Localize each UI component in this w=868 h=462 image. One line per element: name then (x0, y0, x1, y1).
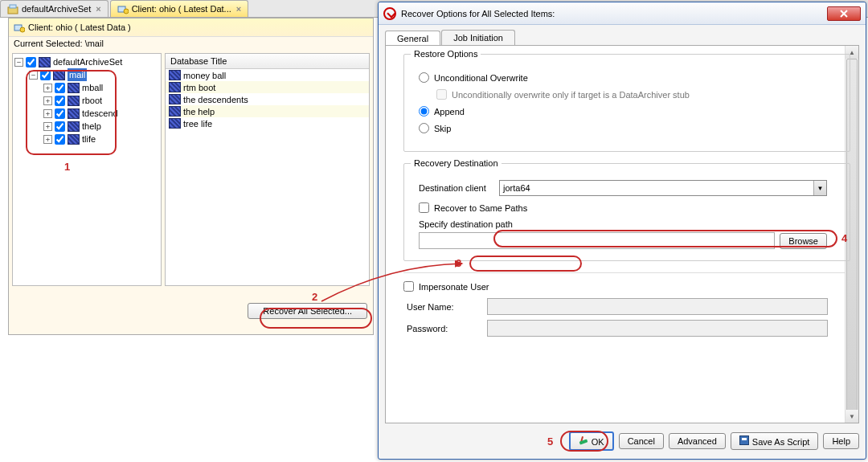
advanced-button[interactable]: Advanced (669, 433, 726, 449)
radio-append[interactable]: Append (419, 106, 827, 117)
destination-client-combo[interactable]: jorta64 ▼ (499, 180, 827, 196)
recover-options-dialog: Recover Options for All Selected Items: … (378, 2, 866, 460)
ok-icon (579, 435, 588, 445)
expand-icon[interactable]: + (43, 109, 52, 118)
svg-point-3 (124, 9, 129, 14)
tree-node[interactable]: +tdescend (43, 107, 159, 120)
dialog-tabs: General Job Initiation (379, 25, 866, 45)
db-icon (68, 134, 80, 145)
db-icon (39, 57, 51, 67)
radio-label: Unconditional Overwrite (434, 73, 528, 83)
group-title: Restore Options (411, 49, 481, 59)
tree-checkbox[interactable] (55, 96, 65, 106)
tree-node[interactable]: +tlife (43, 133, 159, 145)
radio-input[interactable] (419, 72, 429, 83)
check-impersonate-user[interactable]: Impersonate User (403, 281, 850, 292)
combo-value: jorta64 (503, 183, 530, 193)
collapse-icon[interactable]: − (29, 71, 38, 80)
close-icon[interactable] (827, 6, 861, 21)
scroll-down-icon[interactable]: ▼ (845, 410, 858, 423)
tree-node-mail[interactable]: − mail (29, 68, 159, 81)
ok-button[interactable]: OK (569, 431, 614, 451)
list-pane[interactable]: Database Title money ballrtm bootthe des… (165, 53, 370, 286)
password-row: Password: (407, 320, 850, 337)
browser-title: Client: ohio ( Latest Data ) (28, 22, 131, 32)
specify-path-label: Specify destination path (419, 219, 827, 229)
list-item[interactable]: rtm boot (166, 81, 369, 93)
recover-all-button[interactable]: Recover All Selected... (248, 303, 367, 319)
checkbox-input[interactable] (419, 202, 429, 213)
tab-default-archive[interactable]: defaultArchiveSet × (0, 0, 108, 17)
help-button[interactable]: Help (823, 433, 859, 449)
check-label: Unconditionally overwrite only if target… (452, 90, 690, 100)
list-column-header[interactable]: Database Title (166, 54, 369, 69)
list-item[interactable]: money ball (166, 69, 369, 81)
tab-client-ohio[interactable]: Client: ohio ( Latest Dat... × (110, 0, 249, 17)
browser-header: Client: ohio ( Latest Data ) (9, 18, 373, 37)
tree-root-node[interactable]: − defaultArchiveSet (14, 55, 159, 68)
dialog-titlebar[interactable]: Recover Options for All Selected Items: (379, 2, 866, 25)
tab-general[interactable]: General (385, 31, 440, 46)
close-icon[interactable]: × (236, 4, 241, 14)
check-recover-same-paths[interactable]: Recover to Same Paths (419, 202, 827, 213)
radio-skip[interactable]: Skip (419, 123, 827, 133)
tab-job-initiation[interactable]: Job Initiation (441, 30, 515, 45)
close-icon[interactable]: × (96, 4, 100, 14)
tree-root-label: defaultArchiveSet (53, 55, 122, 68)
tree-checkbox[interactable] (40, 70, 51, 80)
dialog-footer: OK Cancel Advanced Save As Script Help (379, 423, 866, 459)
check-label: Recover to Same Paths (434, 203, 527, 213)
svg-rect-1 (10, 5, 16, 8)
chevron-down-icon[interactable]: ▼ (813, 181, 826, 195)
tree-label: tlife (82, 133, 96, 145)
db-icon (68, 108, 80, 119)
password-label: Password: (407, 324, 487, 333)
tree-checkbox[interactable] (55, 83, 65, 93)
tree-selected-label: mail (68, 68, 87, 81)
db-icon (53, 70, 65, 80)
expand-icon[interactable]: + (43, 122, 52, 131)
expand-icon[interactable]: + (43, 84, 52, 92)
archive-icon (7, 3, 18, 14)
db-icon (169, 82, 181, 92)
db-icon (169, 118, 181, 129)
save-icon (739, 435, 749, 445)
check-unconditional-stub: Unconditionally overwrite only if target… (436, 89, 827, 100)
save-as-script-button[interactable]: Save As Script (731, 432, 819, 450)
radio-label: Append (434, 107, 465, 117)
client-icon (117, 3, 129, 14)
ok-label: OK (592, 437, 604, 447)
tree-node[interactable]: +mball (43, 81, 159, 94)
save-label: Save As Script (752, 437, 810, 447)
svg-point-5 (20, 27, 25, 32)
list-item[interactable]: the descendents (166, 93, 369, 105)
collapse-icon[interactable]: − (14, 58, 23, 67)
divider (403, 272, 850, 273)
tree-checkbox[interactable] (26, 57, 36, 67)
tree-checkbox[interactable] (55, 108, 65, 119)
tree-node[interactable]: +thelp (43, 120, 159, 133)
tree-checkbox[interactable] (55, 121, 65, 132)
tab-label: defaultArchiveSet (22, 4, 91, 14)
list-item-label: the descendents (183, 95, 248, 104)
expand-icon[interactable]: + (43, 96, 52, 105)
group-title: Recovery Destination (411, 158, 502, 168)
tab-label: Client: ohio ( Latest Dat... (132, 4, 231, 14)
browse-button[interactable]: Browse (780, 233, 827, 249)
list-item[interactable]: the help (166, 105, 369, 117)
list-item[interactable]: tree life (166, 117, 369, 129)
current-selected: Current Selected: \mail (9, 37, 373, 50)
dialog-body: ▲ ▼ Restore Options Unconditional Overwr… (385, 45, 859, 423)
radio-unconditional[interactable]: Unconditional Overwrite (419, 72, 827, 83)
tree-pane[interactable]: − defaultArchiveSet − mail +mball+rboot+… (12, 53, 162, 286)
tree-node[interactable]: +rboot (43, 94, 159, 107)
checkbox-input[interactable] (403, 281, 414, 292)
db-icon (169, 94, 181, 104)
recover-icon (383, 7, 396, 20)
radio-input[interactable] (419, 123, 429, 133)
radio-input[interactable] (419, 106, 429, 117)
tree-checkbox[interactable] (55, 134, 65, 145)
expand-icon[interactable]: + (43, 135, 52, 144)
destination-path-input[interactable] (419, 232, 775, 249)
cancel-button[interactable]: Cancel (619, 433, 664, 449)
